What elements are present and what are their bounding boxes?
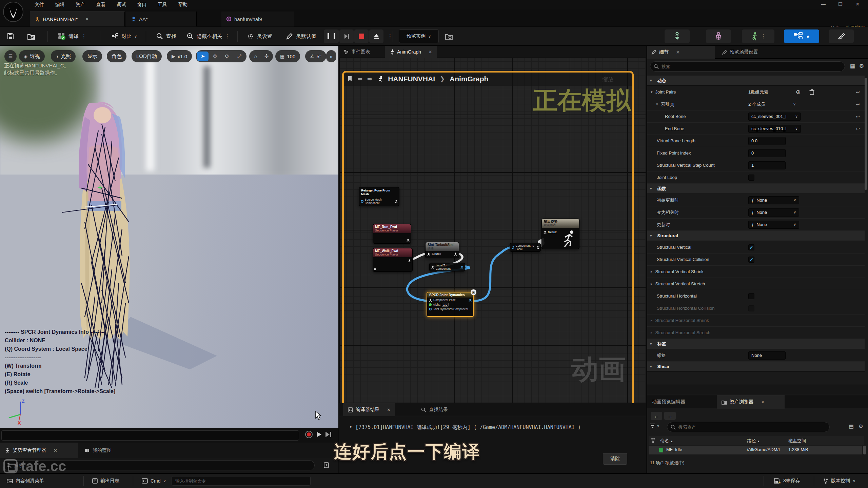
- node-mf-run-fwd[interactable]: MF_Run_FwdSequence Player: [373, 224, 411, 244]
- menu-edit[interactable]: 编辑: [50, 0, 69, 9]
- compiler-log-line[interactable]: • [7375.01]HANFUNVHAI 编译成功![29 毫秒内] ( /G…: [349, 424, 581, 431]
- preview-viewport[interactable]: ☰ ◈透视 ◑光照 显示 角色 LOD自动 ▶x1.0 ➤ ✥ ⟳ ⤢ ⌂ ✣ …: [0, 46, 338, 428]
- pose-pin[interactable]: [431, 266, 434, 269]
- tab-close-icon[interactable]: ✕: [387, 407, 391, 412]
- fixed-point-index-input[interactable]: 0: [748, 149, 786, 157]
- hide-unrelated-button[interactable]: 隐藏不相关 ⋮: [183, 29, 234, 43]
- menu-asset[interactable]: 资产: [71, 0, 90, 9]
- node-slot-defaultslot[interactable]: Slot 'DefaultSlot'插槽 Source: [425, 242, 459, 258]
- console-command-input[interactable]: [172, 476, 311, 486]
- hide-options-icon[interactable]: ⋮: [225, 33, 230, 39]
- animation-mode-options-icon[interactable]: ⋮: [761, 33, 766, 39]
- section-structural[interactable]: ▾Structural: [647, 231, 865, 241]
- chevron-down-icon[interactable]: ∨: [793, 102, 796, 106]
- toolbar-overflow-button[interactable]: »: [326, 50, 336, 62]
- pause-button[interactable]: [324, 29, 339, 43]
- perspective-dropdown[interactable]: ◈透视: [19, 50, 45, 62]
- column-name[interactable]: 命名 ▲: [660, 438, 673, 444]
- pose-pin[interactable]: [454, 252, 457, 256]
- browse-button[interactable]: [24, 29, 39, 43]
- step-forward-button[interactable]: [339, 29, 354, 43]
- character-dropdown[interactable]: 角色: [107, 50, 126, 62]
- node-retarget-pose-from-mesh[interactable]: Retarget Pose From Mesh Source Mesh Comp…: [359, 187, 399, 206]
- virtual-bone-length-input[interactable]: 0.0: [748, 137, 786, 145]
- tab-aa[interactable]: AA*: [126, 12, 197, 26]
- add-element-icon[interactable]: ⊕: [796, 88, 801, 96]
- pose-pin[interactable]: [429, 299, 432, 302]
- asset-search-input[interactable]: [678, 425, 810, 430]
- blueprint-mode-button[interactable]: ★: [784, 29, 819, 43]
- output-log-button[interactable]: 输出日志: [87, 474, 124, 488]
- asset-list-scrollbar[interactable]: [863, 446, 866, 454]
- section-functions[interactable]: ▾函数: [647, 184, 865, 194]
- asset-settings-gear-icon[interactable]: ⚙: [859, 423, 863, 429]
- compile-button[interactable]: 编译 ⋮: [54, 29, 90, 43]
- details-settings-gear-icon[interactable]: ⚙: [859, 63, 864, 69]
- reset-icon[interactable]: ↩: [856, 102, 860, 107]
- tab-close-icon[interactable]: ✕: [761, 400, 765, 405]
- show-dropdown[interactable]: 显示: [82, 50, 102, 62]
- forward-button[interactable]: →: [664, 412, 676, 420]
- tab-close-icon[interactable]: ✕: [85, 17, 89, 22]
- trash-icon[interactable]: [809, 89, 814, 95]
- section-dynamic[interactable]: ▾动态: [647, 76, 865, 86]
- version-control-button[interactable]: 版本控制 ∨: [818, 474, 860, 488]
- expander-icon[interactable]: ▸: [651, 282, 653, 286]
- details-scrollbar[interactable]: [865, 78, 867, 190]
- reset-icon[interactable]: ↩: [856, 89, 860, 95]
- alpha-value[interactable]: 1.0: [442, 303, 449, 307]
- browse-preview-button[interactable]: [441, 29, 456, 43]
- rotate-tool-button[interactable]: ⟳: [221, 52, 233, 61]
- object-pin[interactable]: [429, 308, 432, 310]
- tab-close-icon[interactable]: ✕: [429, 49, 432, 55]
- node-local-to-component[interactable]: Local To Component: [429, 263, 465, 271]
- content-drawer-button[interactable]: 内容侧滑菜单: [2, 474, 49, 488]
- save-button[interactable]: [3, 29, 18, 43]
- asset-row-mf-idle[interactable]: MF_Idle /All/Game/ADM/I 1.238 MiB: [649, 446, 862, 454]
- class-settings-button[interactable]: 类设置: [243, 29, 276, 43]
- anim-graph-canvas[interactable]: ⬅ ➡ HANFUNVHAI ❯ AnimGraph 缩放 正在模拟 动画 Re…: [339, 58, 646, 403]
- pose-pin[interactable]: [395, 200, 397, 203]
- pose-pin[interactable]: [536, 246, 539, 249]
- asset-filter-button[interactable]: ∨: [650, 423, 659, 428]
- tab-my-blueprint[interactable]: 我的蓝图: [80, 443, 131, 458]
- tab-event-graph[interactable]: 事件图表: [339, 46, 375, 58]
- select-tool-button[interactable]: ➤: [197, 52, 209, 61]
- tab-asset-browser[interactable]: 资产浏览器 ✕: [717, 395, 785, 409]
- scale-tool-button[interactable]: ⤢: [234, 52, 245, 61]
- column-disk[interactable]: 磁盘空间: [788, 438, 806, 444]
- save-filter-icon[interactable]: ▤: [849, 423, 854, 429]
- source-control-column-icon[interactable]: [651, 438, 655, 443]
- structural-horizontal-checkbox[interactable]: [748, 293, 754, 299]
- back-button[interactable]: ←: [651, 412, 662, 420]
- tab-close-icon[interactable]: ✕: [54, 448, 57, 453]
- structural-vertical-collision-checkbox[interactable]: ✓: [748, 257, 754, 263]
- column-path[interactable]: 路径 ▲: [747, 438, 760, 444]
- root-bone-dropdown[interactable]: cc_sleeves_001_l∨: [748, 113, 801, 121]
- lod-dropdown[interactable]: LOD自动: [132, 50, 162, 62]
- step-count-input[interactable]: 1: [748, 161, 786, 169]
- section-tags[interactable]: ▾标签: [647, 339, 865, 349]
- skeleton-mode-button[interactable]: [665, 29, 690, 43]
- pose-pin[interactable]: [512, 246, 514, 249]
- menu-view[interactable]: 查看: [91, 0, 110, 9]
- tag-input[interactable]: None: [748, 351, 786, 360]
- float-pin[interactable]: [429, 303, 432, 306]
- menu-file[interactable]: 文件: [30, 0, 49, 9]
- exec-pin[interactable]: [361, 200, 363, 203]
- pose-pin[interactable]: [427, 252, 430, 256]
- update-dropdown[interactable]: ƒNone∨: [748, 221, 799, 229]
- play-button[interactable]: [316, 431, 322, 438]
- menu-tools[interactable]: 工具: [153, 0, 172, 9]
- tab-hanfunvhai9[interactable]: hanfunvhai9: [221, 12, 294, 26]
- details-search[interactable]: [650, 61, 845, 72]
- end-bone-dropdown[interactable]: cc_sleeves_010_l∨: [748, 125, 801, 133]
- section-shear[interactable]: ▾Shear: [647, 362, 865, 372]
- reset-icon[interactable]: ↩: [856, 126, 860, 131]
- step-button[interactable]: [325, 431, 332, 438]
- record-button[interactable]: [305, 431, 313, 438]
- menu-help[interactable]: 帮助: [173, 0, 192, 9]
- tab-compiler-results[interactable]: 编译器结果 ✕: [343, 403, 395, 416]
- details-search-input[interactable]: [662, 64, 821, 69]
- mesh-mode-button[interactable]: [706, 29, 731, 43]
